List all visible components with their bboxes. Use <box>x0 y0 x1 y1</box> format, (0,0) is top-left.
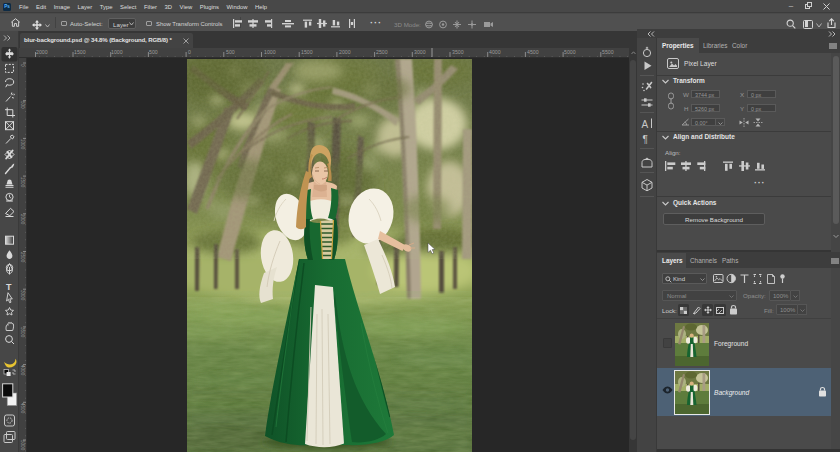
svg-text:4000: 4000 <box>489 49 501 55</box>
svg-text:3000: 3000 <box>20 290 25 301</box>
svg-text:1000: 1000 <box>20 139 25 150</box>
svg-text:2000: 2000 <box>339 49 351 55</box>
svg-text:1500: 1500 <box>301 49 313 55</box>
svg-text:3000: 3000 <box>414 49 426 55</box>
svg-text:5000: 5000 <box>20 440 25 451</box>
svg-text:500: 500 <box>226 49 235 55</box>
svg-text:4500: 4500 <box>527 49 539 55</box>
svg-text:4500: 4500 <box>20 403 25 414</box>
svg-text:3500: 3500 <box>452 49 464 55</box>
svg-text:5500: 5500 <box>602 49 614 55</box>
svg-text:2500: 2500 <box>20 252 25 263</box>
svg-text:1500: 1500 <box>74 49 86 55</box>
svg-text:0: 0 <box>20 64 25 67</box>
svg-text:T: T <box>6 282 12 292</box>
svg-text:0: 0 <box>188 49 191 55</box>
svg-text:2000: 2000 <box>20 214 25 225</box>
svg-text:¶: ¶ <box>643 134 648 145</box>
svg-text:500: 500 <box>20 101 25 109</box>
svg-text:5000: 5000 <box>564 49 576 55</box>
svg-text:1000: 1000 <box>264 49 276 55</box>
svg-text:2000: 2000 <box>36 49 48 55</box>
svg-text:3500: 3500 <box>20 327 25 338</box>
svg-text:1500: 1500 <box>20 177 25 188</box>
svg-text:1000: 1000 <box>111 49 123 55</box>
svg-text:2500: 2500 <box>376 49 388 55</box>
svg-text:4000: 4000 <box>20 365 25 376</box>
svg-text:A: A <box>642 119 649 130</box>
svg-text:500: 500 <box>149 49 158 55</box>
